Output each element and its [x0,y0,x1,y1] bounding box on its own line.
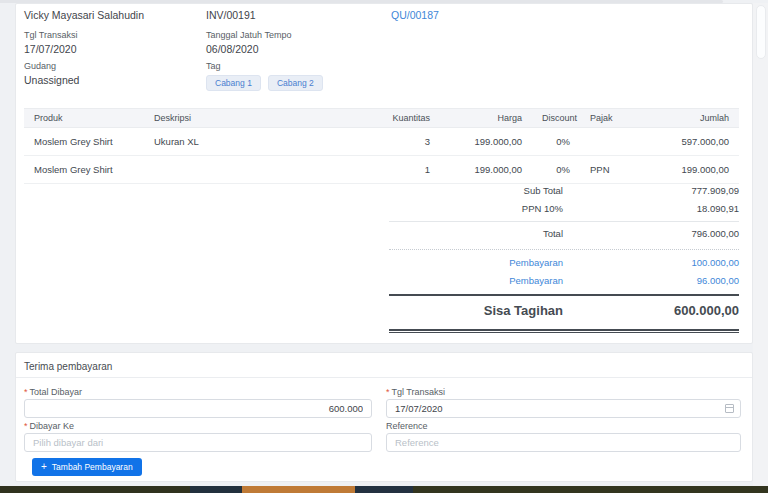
dibayar-ke-label: *Dibayar Ke [24,421,74,431]
balance-value: 600.000,00 [563,297,739,325]
table-row: Moslem Grey Shirt 1 199.000,00 0% PPN 19… [24,156,739,184]
required-marker: * [24,421,28,431]
product-link[interactable]: Moslem Grey Shirt [24,128,144,156]
reference-input[interactable] [386,433,741,452]
invoice-number: INV/00191 [206,9,256,21]
table-row: Moslem Grey Shirt Ukuran XL 3 199.000,00… [24,128,739,156]
cell-kuantitas: 1 [370,156,440,184]
cell-harga: 199.000,00 [440,156,532,184]
cell-harga: 199.000,00 [440,128,532,156]
tgl-transaksi-value: 17/07/2020 [24,43,77,55]
total-dibayar-input[interactable] [24,399,372,418]
total-row: Total 796.000,00 [389,225,739,243]
cell-jumlah: 199.000,00 [622,156,739,184]
cell-jumlah: 597.000,00 [622,128,739,156]
totals-block: Sub Total 777.909,09 PPN 10% 18.090,91 T… [389,182,739,333]
divider-double [389,329,739,333]
gudang-value: Unassigned [24,74,79,86]
scrollbar-thumb[interactable] [756,5,766,59]
total-dibayar-label: *Total Dibayar [24,387,82,397]
tax-row: PPN 10% 18.090,91 [389,200,739,218]
cell-pajak: PPN [580,156,622,184]
tag-chip-cabang-2[interactable]: Cabang 2 [268,75,323,91]
tgl-transaksi-form-label: *Tgl Transaksi [386,387,445,397]
strip-segment-navy [355,486,413,493]
dibayar-ke-input[interactable] [24,433,372,452]
receive-payment-panel: Terima pembayaran *Total Dibayar *Dibaya… [15,352,753,482]
col-pajak: Pajak [580,109,622,128]
subtotal-row: Sub Total 777.909,09 [389,182,739,200]
cell-kuantitas: 3 [370,128,440,156]
tax-value: 18.090,91 [563,200,739,218]
reference-label: Reference [386,421,428,431]
payment-value: 96.000,00 [563,272,739,290]
total-label: Total [389,225,563,243]
col-kuantitas: Kuantitas [370,109,440,128]
payment-row: Pembayaran 100.000,00 [389,254,739,272]
tag-chip-cabang-1[interactable]: Cabang 1 [206,75,261,91]
required-marker: * [24,387,28,397]
jatuh-tempo-label: Tanggal Jatuh Tempo [206,30,291,40]
payment-link[interactable]: Pembayaran [389,254,563,272]
divider [389,221,739,222]
total-value: 796.000,00 [563,225,739,243]
col-discount: Discount [532,109,580,128]
tgl-transaksi-label: Tgl Transaksi [24,30,78,40]
balance-label: Sisa Tagihan [389,297,563,325]
payment-row: Pembayaran 96.000,00 [389,272,739,290]
line-items-table: Produk Deskripsi Kuantitas Harga Discoun… [24,108,739,184]
subtotal-value: 777.909,09 [563,182,739,200]
strip-segment-olive [413,486,768,493]
jatuh-tempo-value: 06/08/2020 [206,43,259,55]
tambah-pembayaran-button[interactable]: + Tambah Pembayaran [32,458,142,476]
balance-row: Sisa Tagihan 600.000,00 [389,297,739,325]
cell-discount: 0% [532,156,580,184]
required-marker: * [386,387,390,397]
payment-value: 100.000,00 [563,254,739,272]
invoice-detail-panel: Vicky Mayasari Salahudin Tgl Transaksi 1… [15,3,753,344]
cell-pajak [580,128,622,156]
cell-discount: 0% [532,128,580,156]
customer-name: Vicky Mayasari Salahudin [24,9,144,21]
gudang-label: Gudang [24,61,56,71]
cell-deskripsi [144,156,370,184]
scrollbar-track[interactable] [753,3,768,486]
dotted-divider [389,249,739,250]
strip-segment-navy [190,486,242,493]
panel-title: Terima pembayaran [24,361,112,372]
divider [16,377,752,378]
divider-dark [389,294,739,296]
plus-icon: + [41,462,47,472]
payment-link[interactable]: Pembayaran [389,272,563,290]
col-produk: Produk [24,109,144,128]
tgl-transaksi-input[interactable] [386,399,741,418]
col-deskripsi: Deskripsi [144,109,370,128]
tag-chips: Cabang 1 Cabang 2 [206,75,323,91]
col-jumlah: Jumlah [622,109,739,128]
tax-label: PPN 10% [389,200,563,218]
cell-deskripsi: Ukuran XL [144,128,370,156]
invoice-header: Vicky Mayasari Salahudin Tgl Transaksi 1… [24,4,739,104]
calendar-icon[interactable] [725,404,734,413]
product-link[interactable]: Moslem Grey Shirt [24,156,144,184]
subtotal-label: Sub Total [389,182,563,200]
bottom-edge-strip [0,486,768,493]
add-payment-label: Tambah Pembayaran [52,462,133,472]
col-harga: Harga [440,109,532,128]
quotation-link[interactable]: QU/00187 [391,9,439,21]
tag-label: Tag [206,61,221,71]
strip-segment-olive [0,486,190,493]
strip-segment-orange [242,486,355,493]
table-header-row: Produk Deskripsi Kuantitas Harga Discoun… [24,109,739,128]
